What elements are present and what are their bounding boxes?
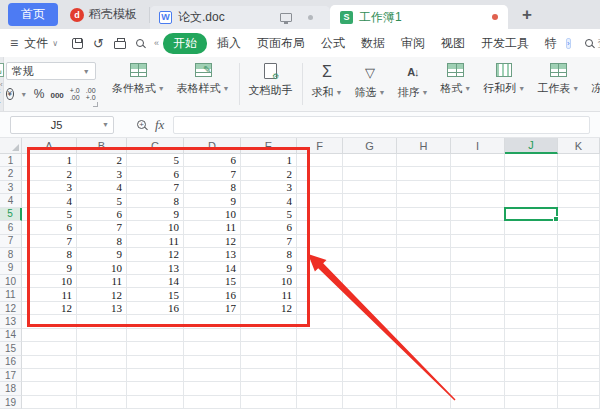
cell-I4[interactable]: [451, 194, 505, 207]
cell-J18[interactable]: [505, 382, 558, 395]
cell-H19[interactable]: [397, 396, 451, 409]
cell-H6[interactable]: [397, 221, 451, 234]
cell-H11[interactable]: [397, 288, 451, 301]
cell-K17[interactable]: [558, 369, 600, 382]
column-header-J[interactable]: J: [505, 138, 558, 154]
cell-A17[interactable]: [22, 369, 77, 382]
cell-F18[interactable]: [297, 382, 343, 395]
print-icon[interactable]: [114, 41, 126, 49]
file-menu-chevron-icon[interactable]: ∨: [50, 39, 60, 48]
row-header-19[interactable]: 19: [0, 396, 22, 409]
cell-G17[interactable]: [343, 369, 397, 382]
cell-E14[interactable]: [241, 329, 297, 342]
row-header-2[interactable]: 2: [0, 167, 22, 180]
row-header-9[interactable]: 9: [0, 262, 22, 275]
cell-I3[interactable]: [451, 181, 505, 194]
cell-J4[interactable]: [505, 194, 558, 207]
new-tab-button[interactable]: +: [522, 5, 532, 25]
cell-G11[interactable]: [343, 288, 397, 301]
cell-H18[interactable]: [397, 382, 451, 395]
cell-G4[interactable]: [343, 194, 397, 207]
cell-K18[interactable]: [558, 382, 600, 395]
ribbon-button-冻结窗格[interactable]: 冻结窗格▼: [585, 57, 600, 111]
cell-I7[interactable]: [451, 235, 505, 248]
cell-I11[interactable]: [451, 288, 505, 301]
cell-I9[interactable]: [451, 262, 505, 275]
decrease-decimal-icon[interactable]: .00 +.0: [86, 87, 96, 101]
cell-H1[interactable]: [397, 154, 451, 167]
menu-item-开始[interactable]: 开始: [163, 33, 207, 54]
cell-J7[interactable]: [505, 235, 558, 248]
cell-C17[interactable]: [127, 369, 184, 382]
cell-K10[interactable]: [558, 275, 600, 288]
cell-H14[interactable]: [397, 329, 451, 342]
cell-J15[interactable]: [505, 342, 558, 355]
cell-K6[interactable]: [558, 221, 600, 234]
zoom-to-selection-icon[interactable]: +: [137, 120, 146, 129]
cell-G9[interactable]: [343, 262, 397, 275]
cell-K5[interactable]: [558, 208, 600, 221]
monitor-icon[interactable]: [280, 13, 292, 22]
cell-K7[interactable]: [558, 235, 600, 248]
cell-A19[interactable]: [22, 396, 77, 409]
cell-I15[interactable]: [451, 342, 505, 355]
cell-I17[interactable]: [451, 369, 505, 382]
cell-B14[interactable]: [77, 329, 127, 342]
search-command[interactable]: 查找命令...: [585, 36, 600, 51]
cell-B19[interactable]: [77, 396, 127, 409]
cell-H7[interactable]: [397, 235, 451, 248]
cell-I6[interactable]: [451, 221, 505, 234]
cell-G13[interactable]: [343, 315, 397, 328]
cell-G2[interactable]: [343, 167, 397, 180]
cell-G5[interactable]: [343, 208, 397, 221]
cell-I18[interactable]: [451, 382, 505, 395]
cell-K19[interactable]: [558, 396, 600, 409]
cell-F19[interactable]: [297, 396, 343, 409]
column-header-K[interactable]: K: [558, 138, 600, 154]
cell-J10[interactable]: [505, 275, 558, 288]
cell-J9[interactable]: [505, 262, 558, 275]
cell-D16[interactable]: [184, 356, 241, 369]
ribbon-button-文档助手[interactable]: 文档助手: [243, 57, 299, 111]
menu-item-视图[interactable]: 视图: [433, 33, 473, 54]
cell-D15[interactable]: [184, 342, 241, 355]
ribbon-button-表格样式[interactable]: 表格样式▼: [171, 57, 236, 111]
more-tabs-chevron-icon[interactable]: ›: [566, 38, 571, 49]
name-box[interactable]: J5 ▼: [10, 116, 114, 134]
cell-J14[interactable]: [505, 329, 558, 342]
cell-H12[interactable]: [397, 302, 451, 315]
row-header-12[interactable]: 12: [0, 302, 22, 315]
menu-item-插入[interactable]: 插入: [209, 33, 249, 54]
increase-decimal-icon[interactable]: +.0 .00: [70, 87, 80, 101]
ribbon-button-格式[interactable]: 格式▼: [434, 57, 477, 111]
cell-G16[interactable]: [343, 356, 397, 369]
template-tab[interactable]: d 稻壳模板: [58, 6, 149, 23]
cell-I2[interactable]: [451, 167, 505, 180]
print-preview-icon[interactable]: [136, 39, 144, 47]
cell-G12[interactable]: [343, 302, 397, 315]
cell-G8[interactable]: [343, 248, 397, 261]
cell-J12[interactable]: [505, 302, 558, 315]
cell-I8[interactable]: [451, 248, 505, 261]
cell-J8[interactable]: [505, 248, 558, 261]
ribbon-button-筛选[interactable]: 筛选▼: [348, 57, 391, 111]
menu-item-公式[interactable]: 公式: [313, 33, 353, 54]
percent-icon[interactable]: [34, 87, 45, 101]
cell-E17[interactable]: [241, 369, 297, 382]
cell-K9[interactable]: [558, 262, 600, 275]
row-header-8[interactable]: 8: [0, 248, 22, 261]
number-format-select[interactable]: 常规 ▼: [6, 62, 96, 80]
cell-H4[interactable]: [397, 194, 451, 207]
cell-A14[interactable]: [22, 329, 77, 342]
cell-G18[interactable]: [343, 382, 397, 395]
collapse-toolbar-icon[interactable]: «: [154, 38, 159, 48]
cell-I1[interactable]: [451, 154, 505, 167]
cell-K14[interactable]: [558, 329, 600, 342]
row-header-10[interactable]: 10: [0, 275, 22, 288]
row-header-18[interactable]: 18: [0, 382, 22, 395]
undo-icon[interactable]: ↺: [93, 38, 104, 49]
cell-F17[interactable]: [297, 369, 343, 382]
row-header-5[interactable]: 5: [0, 208, 22, 221]
cell-I14[interactable]: [451, 329, 505, 342]
cell-I19[interactable]: [451, 396, 505, 409]
